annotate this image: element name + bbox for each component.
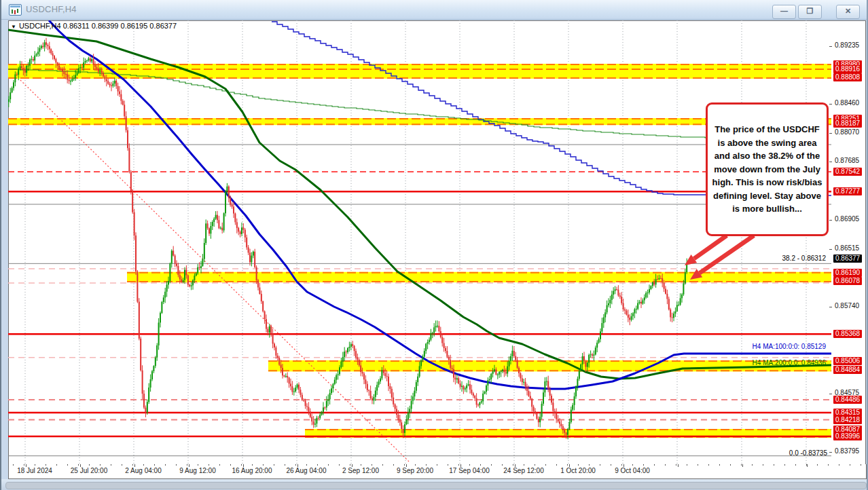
- time-axis-label: 2 Aug 04:00: [125, 467, 161, 474]
- time-axis-label: 18 Jul 2024: [17, 467, 52, 474]
- maximize-button[interactable]: ❐: [798, 5, 822, 19]
- price-tick-label: 0.86905: [835, 215, 859, 223]
- mt4-chart-window: USDCHF,H4 — ❐ ✕ ▼USDCHF,H4 0.86311 0.863…: [0, 0, 868, 490]
- price-level-label: 0.88808: [833, 73, 862, 81]
- price-level-label: 0.86078: [833, 277, 862, 285]
- price-level-label: 0.84218: [833, 416, 862, 424]
- price-level-label: 0.85368: [833, 330, 862, 338]
- analysis-note: The price of the USDCHF is above the swi…: [706, 102, 829, 236]
- time-axis-label: 1 Oct 20:00: [560, 467, 596, 474]
- price-tick-label: 0.83795: [835, 447, 859, 455]
- fib-382-label: 38.2 - 0.86312: [782, 255, 827, 262]
- price-level-label: 0.86190: [833, 269, 862, 277]
- ma100-label: H4 MA:100:0:0: 0.85129: [753, 343, 826, 350]
- price-chart-svg[interactable]: [8, 20, 831, 464]
- price-axis[interactable]: 0.892350.884600.880700.876850.869050.865…: [832, 20, 866, 465]
- descending-trendline: [20, 80, 409, 461]
- swing-area-band: [127, 272, 831, 282]
- time-axis-label: 25 Jul 20:00: [71, 467, 108, 474]
- symbol-dropdown-icon: ▼: [11, 24, 16, 30]
- time-axis-label: 24 Sep 12:00: [503, 467, 544, 474]
- time-axis-label: 9 Sep 20:00: [397, 467, 433, 474]
- ma200-label: H4 MA:200:0:0: 0.84936: [753, 359, 826, 366]
- price-level-label: 0.87277: [833, 187, 862, 195]
- price-tick-label: 0.86515: [835, 244, 859, 252]
- daily-ma-green-stepped: [8, 69, 827, 140]
- price-tick-label: 0.88460: [835, 99, 859, 107]
- fib-0-label: 0.0 -0.83735: [789, 449, 827, 457]
- price-tick-label: 0.89235: [835, 41, 859, 49]
- time-axis-label: 9 Oct 04:00: [615, 467, 650, 474]
- close-button[interactable]: ✕: [836, 5, 860, 19]
- minimize-button[interactable]: —: [772, 5, 796, 19]
- price-level-label: 0.83996: [833, 432, 862, 440]
- time-axis-label: 2 Sep 12:00: [342, 467, 379, 474]
- chart-window-icon: [9, 4, 22, 16]
- title-bar[interactable]: USDCHF,H4 — ❐ ✕: [1, 0, 867, 20]
- time-axis-label: 9 Aug 12:00: [179, 467, 215, 474]
- current-price-label: 0.86377: [833, 255, 862, 263]
- price-level-label: 0.88187: [833, 119, 862, 128]
- price-tick-label: 0.85740: [835, 302, 859, 309]
- swing-area-band: [268, 360, 831, 371]
- price-level-label: 0.88916: [833, 65, 862, 73]
- price-tick-label: 0.88070: [835, 128, 859, 136]
- price-level-label: 0.84884: [833, 366, 862, 374]
- price-level-label: 0.87542: [833, 168, 862, 176]
- time-axis[interactable]: 18 Jul 202425 Jul 20:002 Aug 04:009 Aug …: [8, 464, 867, 479]
- price-level-label: 0.84486: [833, 396, 862, 404]
- ohlc-text: USDCHF,H4 0.86311 0.86399 0.86195 0.8637…: [19, 22, 177, 30]
- horizontal-scrollbar[interactable]: [5, 482, 867, 489]
- pointer-arrow: [700, 235, 754, 273]
- window-title: USDCHF,H4: [26, 4, 77, 14]
- time-axis-label: 16 Aug 20:00: [232, 467, 272, 474]
- swing-area-band: [8, 64, 831, 79]
- time-axis-label: 26 Aug 04:00: [287, 467, 327, 474]
- price-tick-label: 0.87685: [835, 157, 859, 164]
- candles: [8, 38, 687, 439]
- time-axis-label: 17 Sep 04:00: [449, 467, 490, 474]
- ohlc-readout: ▼USDCHF,H4 0.86311 0.86399 0.86195 0.863…: [11, 22, 177, 30]
- price-level-label: 0.85006: [833, 357, 862, 365]
